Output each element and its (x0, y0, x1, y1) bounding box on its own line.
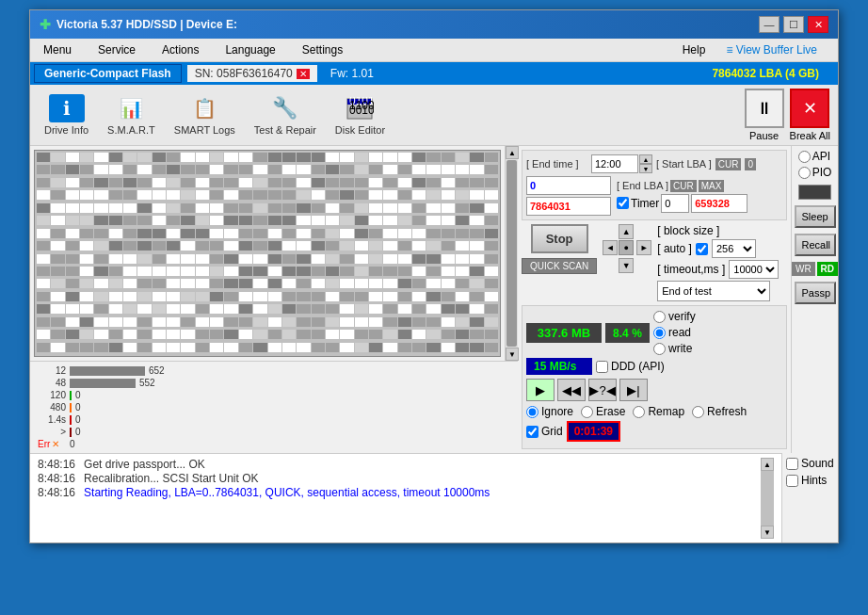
menu-item-help[interactable]: Help (677, 41, 712, 58)
play-button[interactable]: ▶ (526, 379, 555, 401)
svg-text:001000: 001000 (349, 104, 374, 117)
block-size-select[interactable]: 2565121024 (712, 239, 756, 258)
api-radio-label[interactable]: API (798, 150, 832, 163)
pio-radio[interactable] (798, 167, 811, 179)
next-block-button[interactable]: ▶?◀ (588, 379, 617, 401)
menu-item-language[interactable]: Language (219, 41, 281, 58)
sound-checkbox-label[interactable]: Sound (786, 457, 834, 470)
time-spin-up[interactable]: ▲ (639, 154, 652, 164)
end-of-test-select[interactable]: End of test End and poweroff End and reb… (657, 281, 770, 301)
ignore-label[interactable]: Ignore (526, 405, 573, 418)
log-scrollbar[interactable]: ▲ ▼ (761, 458, 774, 539)
timer-input-2[interactable] (691, 194, 747, 213)
pause-button[interactable]: ⏸ (745, 89, 784, 128)
read-radio-label[interactable]: read (653, 326, 696, 339)
bar-fill-120 (70, 391, 72, 400)
remap-radio[interactable] (633, 406, 645, 418)
dir-center-button[interactable]: ● (619, 240, 634, 255)
disk-editor-label: Disk Editor (335, 124, 385, 136)
time-spin-down[interactable]: ▼ (639, 164, 652, 173)
right-panel: [ End time ] ▲ ▼ [ Start LBA ] CUR 0 (518, 146, 791, 453)
cur-badge-start: CUR (715, 158, 742, 170)
test-repair-icon: 🔧 (267, 94, 303, 122)
menu-item-service[interactable]: Service (92, 41, 141, 58)
prev-button[interactable]: ◀◀ (557, 379, 586, 401)
direction-pad: ▲ ▼ ◄ ► ● (603, 224, 651, 273)
smart-logs-button[interactable]: 📋 SMART Logs (168, 90, 242, 139)
bar-count-1s4: 0 (75, 414, 81, 425)
sn-close-button[interactable]: ✕ (297, 69, 310, 79)
grid-scrollbar[interactable]: ▲ ▼ (505, 146, 518, 361)
disk-editor-button[interactable]: 010110 110011 001000 Disk Editor (329, 90, 392, 139)
pct-symbol: % (632, 327, 642, 340)
start-lba-input[interactable] (526, 176, 611, 195)
dir-left-button[interactable]: ◄ (603, 240, 618, 255)
pio-radio-label[interactable]: PIO (798, 166, 832, 179)
scroll-thumb[interactable] (506, 160, 517, 347)
speed-bar-gt: > 0 (38, 427, 510, 437)
recall-button[interactable]: Recall (795, 234, 836, 256)
verify-radio-label[interactable]: verify (653, 310, 696, 323)
stop-button[interactable]: Stop (531, 224, 588, 253)
bar-label-120: 120 (38, 390, 66, 400)
minimize-button[interactable]: — (759, 16, 780, 33)
smart-button[interactable]: 📊 S.M.A.R.T (101, 90, 162, 139)
control-middle: Stop QUICK SCAN ▲ ▼ ◄ ► ● [ block size ]… (522, 224, 787, 301)
view-buffer-live[interactable]: ≡ View Buffer Live (720, 41, 823, 58)
timer-checkbox[interactable] (617, 197, 629, 209)
scroll-down-arrow[interactable]: ▼ (506, 348, 519, 361)
write-radio-label[interactable]: write (653, 342, 696, 355)
speed-bar-48: 48 552 (38, 378, 510, 388)
drive-info-button[interactable]: ℹ Drive Info (38, 90, 95, 139)
lba-col (526, 176, 611, 216)
close-button[interactable]: ✕ (808, 16, 828, 33)
maximize-button[interactable]: ☐ (783, 16, 804, 33)
timer-input-1[interactable] (661, 194, 689, 213)
test-repair-button[interactable]: 🔧 Test & Repair (248, 90, 323, 139)
disk-grid (34, 150, 501, 357)
last-button[interactable]: ▶| (619, 379, 648, 401)
ignore-radio[interactable] (526, 406, 538, 418)
refresh-label[interactable]: Refresh (692, 405, 747, 418)
end-time-input[interactable] (591, 154, 638, 173)
read-radio[interactable] (653, 327, 666, 339)
write-radio[interactable] (653, 343, 666, 355)
grid-checkbox-label[interactable]: Grid (526, 425, 563, 438)
ddd-checkbox[interactable] (596, 361, 608, 373)
passp-button[interactable]: Passp (795, 282, 836, 304)
refresh-radio[interactable] (692, 406, 704, 418)
sleep-button[interactable]: Sleep (795, 205, 836, 228)
auto-checkbox[interactable] (696, 243, 708, 255)
remap-label[interactable]: Remap (633, 405, 684, 418)
log-scroll-thumb[interactable] (761, 471, 774, 526)
menu-item-menu[interactable]: Menu (38, 41, 77, 58)
hints-checkbox-label[interactable]: Hints (786, 474, 834, 487)
api-label: API (812, 150, 830, 163)
end-lba-input[interactable] (526, 197, 611, 216)
dir-right-button[interactable]: ► (636, 240, 651, 255)
erase-radio[interactable] (581, 406, 593, 418)
verify-radio[interactable] (653, 311, 666, 323)
quick-scan-button[interactable]: QUICK SCAN (522, 258, 597, 274)
break-label: Break All (790, 130, 830, 141)
menu-item-settings[interactable]: Settings (297, 41, 348, 58)
write-label: write (668, 342, 692, 355)
api-radio[interactable] (798, 151, 811, 163)
log-scroll-down[interactable]: ▼ (761, 526, 774, 539)
scroll-up-arrow[interactable]: ▲ (506, 146, 519, 159)
ddd-checkbox-label[interactable]: DDD (API) (596, 360, 665, 373)
log-scroll-up[interactable]: ▲ (761, 458, 774, 471)
break-button[interactable]: ✕ (790, 89, 829, 128)
grid-checkbox[interactable] (526, 426, 538, 438)
dir-down-button[interactable]: ▼ (619, 258, 634, 273)
toolbar-right: ⏸ Pause ✕ Break All (745, 89, 830, 141)
timeout-select[interactable]: 10000500030000 (729, 260, 779, 279)
menu-item-actions[interactable]: Actions (156, 41, 204, 58)
api-pio-group: API PIO (798, 150, 832, 179)
erase-label[interactable]: Erase (581, 405, 625, 418)
sound-checkbox[interactable] (786, 458, 798, 470)
dir-up-button[interactable]: ▲ (619, 224, 634, 239)
hints-checkbox[interactable] (786, 475, 798, 487)
test-controls: [ End time ] ▲ ▼ [ Start LBA ] CUR 0 (522, 150, 787, 220)
bar-count-gt: 0 (75, 427, 81, 437)
